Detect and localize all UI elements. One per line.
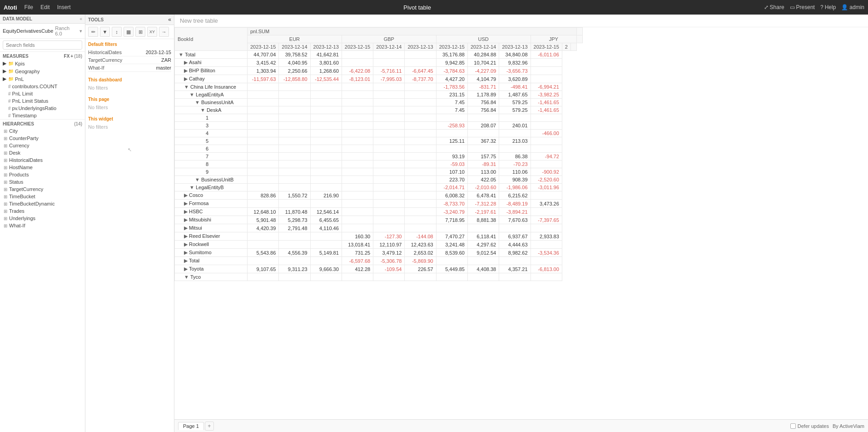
measure-contributors[interactable]: # contributors.COUNT [0,83,85,90]
data-cell: 86.38 [499,153,531,161]
expand-toggle[interactable]: ▶ [184,68,188,73]
row-label-cell: ▶HSBC [175,208,248,216]
data-cell: 756.84 [467,106,499,114]
table-row: 4-466.00 [175,130,583,137]
expand-toggle[interactable]: ▶ [184,60,188,65]
data-cell: -8,123.01 [342,75,373,83]
expand-toggle[interactable]: ▼ [189,92,194,97]
data-cell: 4,040.95 [279,59,310,67]
search-input[interactable] [3,40,82,50]
expand-toggle[interactable]: ▼ [189,185,194,190]
row-label-cell: ▶Asahi [175,59,248,67]
data-cell [342,191,373,200]
defer-checkbox[interactable] [790,423,796,429]
hier-timebucket[interactable]: ⊞TimeBucket [0,193,85,200]
xy-tool[interactable]: XY [147,27,157,37]
grid-tool[interactable]: ⊞ [135,27,145,37]
hier-currency[interactable]: ⊞Currency [0,142,85,149]
hier-trades[interactable]: ⊞Trades [0,207,85,215]
toolbar-row: ✏ ▼ ↕ ▦ ⊞ XY → [85,25,174,39]
data-cell: 1,178.89 [467,91,499,99]
row-label-cell: ▶Cosco [175,191,248,200]
hier-products[interactable]: ⊞Products [0,171,85,178]
expand-toggle[interactable]: ▶ [184,266,188,271]
share-button[interactable]: ⤢ Share [764,4,784,10]
data-cell [373,137,405,145]
filter-tool[interactable]: ▼ [100,27,110,37]
expand-toggle[interactable]: ▼ [195,100,200,105]
page-tab-1[interactable]: Page 1 [178,422,204,430]
hier-targetcurrency[interactable]: ⊞TargetCurrency [0,186,85,193]
data-cell [405,137,436,145]
menu-edit[interactable]: Edit [40,4,50,10]
cube-selector[interactable]: EquityDerivativesCube Ranch 6.0 ▾ [0,24,85,39]
present-button[interactable]: ▭ Present [790,4,815,10]
jpy-cell [531,67,562,75]
data-cell: 367.32 [467,137,499,145]
pivot-container[interactable]: BookId pnl.SUM EUR GBP USD JPY 2023-12-1… [174,27,868,419]
data-cell: -7,995.03 [373,75,405,83]
hier-icon: ⊞ [4,143,7,148]
hier-city[interactable]: ⊞City [0,127,85,135]
data-cell: 4,408.38 [467,265,499,273]
expand-toggle[interactable]: ▶ [184,192,188,198]
measure-pnl[interactable]: ▶ 📁 PnL [0,75,85,83]
hier-hostname[interactable]: ⊞HostName [0,164,85,171]
measure-pv[interactable]: # pv.UnderlyingsRatio [0,105,85,112]
data-cell: 9,942.85 [436,59,467,67]
expand-toggle[interactable]: ▼ [195,177,200,182]
hierarchies-count: (14) [74,121,82,126]
add-page-button[interactable]: + [205,422,214,431]
expand-toggle[interactable]: ▼ [184,84,189,90]
hier-historicaldates[interactable]: ⊞HistoricalDates [0,156,85,164]
bar-chart-tool[interactable]: ▦ [124,27,134,37]
arrow-tool[interactable]: → [159,27,169,37]
tools-collapse[interactable]: « [168,16,171,23]
table-row: 3-258.93208.07240.01 [175,122,583,130]
measure-kpis[interactable]: ▶ 📁 Kpis [0,60,85,67]
menu-insert[interactable]: Insert [57,4,71,10]
extra-th2 [570,43,576,51]
hier-counterparty[interactable]: ⊞CounterParty [0,135,85,142]
user-menu[interactable]: 👤 admin [841,4,864,10]
hier-underlyings[interactable]: ⊞Underlyings [0,215,85,222]
data-cell: 4,104.79 [467,75,499,83]
expand-toggle[interactable]: ▼ [184,274,189,280]
data-cell [373,191,405,200]
measure-timestamp[interactable]: # Timestamp [0,112,85,119]
expand-toggle[interactable]: ▶ [184,225,188,231]
measure-pnl-limit-status[interactable]: # PnL Limit Status [0,97,85,105]
expand-toggle[interactable]: ▶ [184,258,188,263]
menu-file[interactable]: File [25,4,33,10]
row-label-cell: ▶BHP Billiton [175,67,248,75]
jpy-date1: 2023-12-15 [531,43,562,51]
expand-toggle[interactable]: ▼ [179,52,184,57]
expand-toggle[interactable]: ▶ [184,217,188,222]
help-button[interactable]: ? Help [820,4,836,10]
expand-toggle[interactable]: ▶ [184,209,188,214]
pencil-tool[interactable]: ✏ [88,27,98,37]
hier-desk[interactable]: ⊞Desk [0,149,85,156]
sort-tool[interactable]: ↕ [112,27,122,37]
expand-toggle[interactable]: ▶ [184,76,188,81]
table-row: ▶Mitsui4,420.392,791.484,110.46 [175,224,583,232]
data-model-collapse[interactable]: « [79,16,82,21]
expand-toggle[interactable]: ▶ [184,241,188,247]
expand-toggle[interactable]: ▶ [184,250,188,255]
expand-toggle[interactable]: ▶ [184,233,188,239]
data-cell: 12,423.63 [405,241,436,249]
expand-toggle[interactable]: ▶ [184,201,188,206]
filter-key: HistoricalDates [88,50,122,55]
data-cell: 12,546.14 [310,208,342,216]
cube-dropdown-arrow[interactable]: ▾ [79,28,82,34]
hier-status[interactable]: ⊞Status [0,178,85,186]
expand-toggle[interactable]: ▼ [200,107,205,113]
measure-pnl-limit[interactable]: # PnL Limit [0,90,85,97]
defer-updates-button[interactable]: Defer updates [790,423,829,429]
plus-icon[interactable]: + [70,54,73,59]
row-label-cell: 7 [175,153,248,161]
hier-whatif[interactable]: ⊞What-If [0,222,85,229]
measure-geography[interactable]: ▶ 📁 Geography [0,67,85,75]
data-cell [405,161,436,168]
hier-timebucketdynamic[interactable]: ⊞TimeBucketDynamic [0,200,85,207]
